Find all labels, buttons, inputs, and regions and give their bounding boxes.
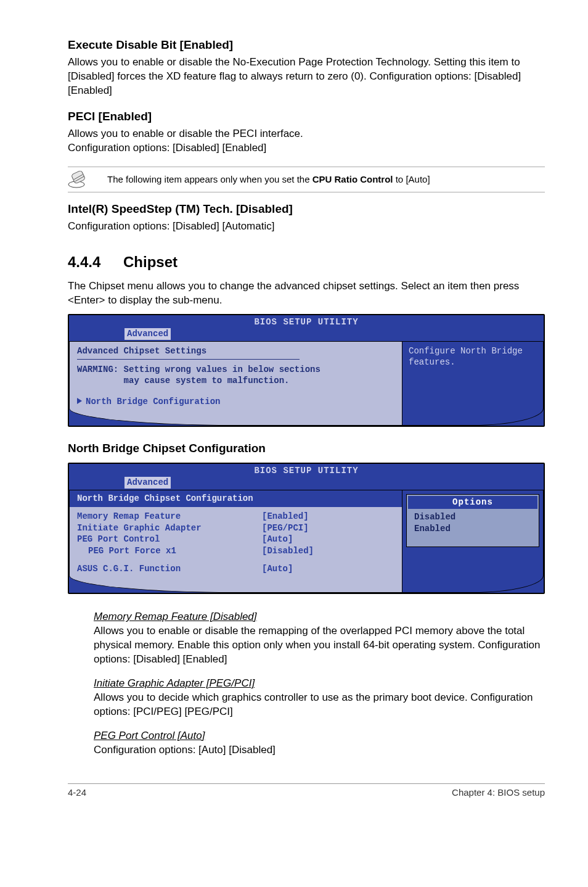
page-number: 4-24 (68, 786, 86, 799)
subitem-memory-remap: Memory Remap Feature [Disabled] Allows y… (68, 610, 545, 667)
note-text-pre: The following item appears only when you… (107, 174, 312, 184)
cfg-row-peg-port-force-x1[interactable]: PEG Port Force x1 [Disabled] (77, 545, 394, 557)
bios-menu-north-bridge[interactable]: North Bridge Configuration (77, 396, 394, 408)
body-execute-disable-bit: Allows you to enable or disable the No-E… (68, 56, 545, 98)
heading-north-bridge-config: North Bridge Chipset Configuration (68, 440, 545, 456)
subitem-title: Memory Remap Feature [Disabled] (94, 611, 257, 622)
cfg-row-memory-remap[interactable]: Memory Remap Feature [Enabled] (77, 511, 394, 522)
bios-heading-nb-config: North Bridge Chipset Configuration (70, 490, 402, 507)
cfg-label: Initiate Graphic Adapter (77, 522, 262, 534)
bios-left-pane-2: North Bridge Chipset Configuration Memor… (69, 490, 402, 593)
body-peci-line1: Allows you to enable or disable the PECI… (68, 127, 545, 141)
pencil-note-icon (68, 171, 92, 188)
cfg-row-asus-cgi[interactable]: ASUS C.G.I. Function [Auto] (77, 563, 394, 575)
bios-help-text: Configure North Bridge features. (409, 345, 537, 369)
bios-right-pane-2: Options Disabled Enabled (402, 490, 544, 593)
subitem-title: PEG Port Control [Auto] (94, 730, 205, 741)
option-disabled[interactable]: Disabled (414, 511, 531, 523)
body-speedstep: Configuration options: [Disabled] [Autom… (68, 220, 545, 234)
options-box: Options Disabled Enabled (406, 494, 539, 548)
options-box-title: Options (408, 496, 537, 509)
cfg-value: [Auto] (262, 563, 293, 575)
chipset-intro: The Chipset menu allows you to change th… (68, 279, 545, 308)
chapter-label: Chapter 4: BIOS setup (452, 786, 545, 799)
note-block: The following item appears only when you… (68, 167, 545, 192)
page-footer: 4-24 Chapter 4: BIOS setup (68, 783, 545, 799)
subitem-title: Initiate Graphic Adapter [PEG/PCI] (94, 677, 255, 689)
triangle-right-icon (77, 398, 82, 404)
bios-window-chipset: BIOS SETUP UTILITY Advanced Advanced Chi… (68, 314, 545, 427)
cfg-label: Memory Remap Feature (77, 511, 262, 522)
heading-execute-disable-bit: Execute Disable Bit [Enabled] (68, 37, 545, 53)
cfg-row-initiate-graphic[interactable]: Initiate Graphic Adapter [PEG/PCI] (77, 522, 394, 534)
note-text: The following item appears only when you… (107, 173, 430, 186)
cfg-value: [PEG/PCI] (262, 522, 309, 534)
divider (77, 359, 300, 360)
heading-peci: PECI [Enabled] (68, 109, 545, 125)
note-text-post: to [Auto] (393, 174, 430, 184)
heading-chipset-section: 4.4.4Chipset (68, 252, 545, 272)
subitem-body: Configuration options: [Auto] [Disabled] (94, 743, 545, 757)
bios-tab-advanced[interactable]: Advanced (125, 328, 171, 340)
section-title: Chipset (123, 254, 178, 270)
bios-tab-advanced-2[interactable]: Advanced (125, 477, 171, 489)
subitem-peg-port-control: PEG Port Control [Auto] Configuration op… (68, 729, 545, 757)
cfg-label: PEG Port Force x1 (77, 545, 262, 557)
cfg-label: ASUS C.G.I. Function (77, 563, 262, 575)
cfg-value: [Enabled] (262, 511, 309, 522)
bios-menu-link-label: North Bridge Configuration (86, 397, 220, 406)
note-text-bold: CPU Ratio Control (312, 174, 393, 184)
option-enabled[interactable]: Enabled (414, 523, 531, 535)
subitem-body: Allows you to decide which graphics cont… (94, 691, 545, 719)
bios-window-north-bridge: BIOS SETUP UTILITY Advanced North Bridge… (68, 463, 545, 594)
body-peci-line2: Configuration options: [Disabled] [Enabl… (68, 141, 545, 155)
heading-speedstep: Intel(R) SpeedStep (TM) Tech. [Disabled] (68, 201, 545, 217)
section-number: 4.4.4 (68, 252, 123, 272)
bios-right-pane: Configure North Bridge features. (402, 341, 544, 426)
cfg-label: PEG Port Control (77, 534, 262, 545)
cfg-value: [Disabled] (262, 545, 314, 557)
bios-title-2: BIOS SETUP UTILITY (69, 464, 544, 477)
subitem-initiate-graphic: Initiate Graphic Adapter [PEG/PCI] Allow… (68, 677, 545, 719)
bios-heading-chipset-settings: Advanced Chipset Settings (77, 345, 394, 357)
bios-warning-text: WARMING: Setting wrong values in below s… (77, 365, 394, 386)
subitem-body: Allows you to enable or disable the rema… (94, 624, 545, 667)
cfg-value: [Auto] (262, 534, 293, 545)
cfg-row-peg-port-control[interactable]: PEG Port Control [Auto] (77, 534, 394, 545)
bios-title: BIOS SETUP UTILITY (69, 315, 544, 328)
bios-left-pane: Advanced Chipset Settings WARMING: Setti… (69, 341, 402, 426)
